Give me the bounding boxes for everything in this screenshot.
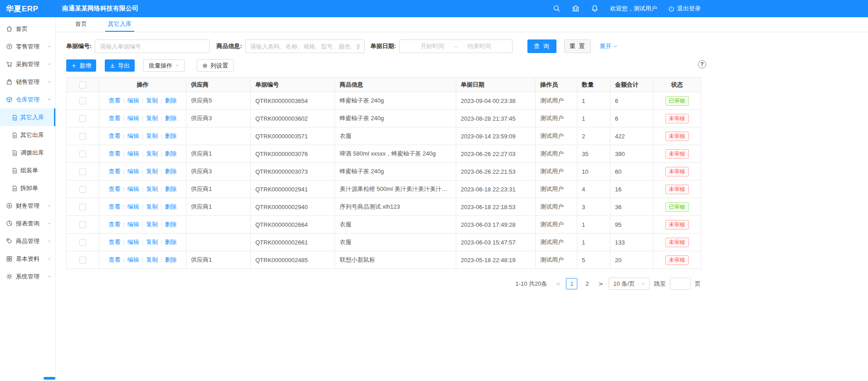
row-action-edit[interactable]: 编辑 <box>127 150 139 157</box>
row-checkbox[interactable] <box>79 239 86 246</box>
row-action-view[interactable]: 查看 <box>108 132 120 139</box>
sidebar-item-warehouse[interactable]: 仓库管理 <box>0 91 55 108</box>
search-button[interactable]: 查 询 <box>527 39 556 53</box>
doc-icon <box>11 185 17 191</box>
export-button[interactable]: 导出 <box>105 59 135 72</box>
row-checkbox[interactable] <box>79 204 86 210</box>
row-action-edit[interactable]: 编辑 <box>127 115 139 122</box>
row-action-delete[interactable]: 删除 <box>165 256 177 263</box>
date-range-picker[interactable]: 开始时间 ~ 结束时间 <box>399 39 512 53</box>
row-action-edit[interactable]: 编辑 <box>127 256 139 263</box>
page-button-2[interactable]: 2 <box>581 278 593 289</box>
row-action-delete[interactable]: 删除 <box>165 239 177 245</box>
help-icon[interactable] <box>698 60 706 68</box>
expand-link[interactable]: 展开 <box>600 42 618 50</box>
goods-info-input[interactable] <box>245 39 365 53</box>
row-action-edit[interactable]: 编辑 <box>127 203 139 210</box>
action-separator: | <box>142 150 143 157</box>
page-button-1[interactable]: 1 <box>566 278 577 289</box>
page-size-select[interactable]: 10 条/页 <box>609 278 650 290</box>
row-select-cell <box>67 145 99 163</box>
row-action-copy[interactable]: 复制 <box>146 221 158 228</box>
sidebar-item-disassembly[interactable]: 拆卸单 <box>0 179 55 197</box>
row-action-copy[interactable]: 复制 <box>146 203 158 210</box>
sidebar-item-reports[interactable]: 报表查询 <box>0 215 55 232</box>
select-all-checkbox[interactable] <box>79 82 86 88</box>
row-checkbox[interactable] <box>79 133 86 140</box>
cell-operator: 测试用户 <box>536 163 577 181</box>
row-action-view[interactable]: 查看 <box>108 97 120 104</box>
row-checkbox[interactable] <box>79 98 86 104</box>
row-action-delete[interactable]: 删除 <box>165 221 177 228</box>
cell-amount: 422 <box>610 127 653 145</box>
bank-icon[interactable] <box>572 5 580 13</box>
row-action-copy[interactable]: 复制 <box>146 168 158 175</box>
sidebar-item-basic-data[interactable]: 基本资料 <box>0 250 55 268</box>
row-action-view[interactable]: 查看 <box>108 203 120 210</box>
row-action-edit[interactable]: 编辑 <box>127 186 139 192</box>
row-checkbox[interactable] <box>79 168 86 175</box>
row-action-delete[interactable]: 删除 <box>165 203 177 210</box>
batch-label: 批量操作 <box>149 62 172 70</box>
search-icon[interactable] <box>553 5 561 13</box>
row-action-copy[interactable]: 复制 <box>146 115 158 122</box>
row-action-delete[interactable]: 删除 <box>165 186 177 192</box>
row-checkbox[interactable] <box>79 257 86 264</box>
row-action-view[interactable]: 查看 <box>108 221 120 228</box>
row-action-view[interactable]: 查看 <box>108 150 120 157</box>
next-page-button[interactable]: > <box>597 280 605 287</box>
row-action-delete[interactable]: 删除 <box>165 150 177 157</box>
row-action-edit[interactable]: 编辑 <box>127 221 139 228</box>
status-badge: 已审核 <box>665 96 689 106</box>
row-checkbox[interactable] <box>79 186 86 193</box>
row-checkbox[interactable] <box>79 221 86 228</box>
sidebar-item-other-inbound[interactable]: 其它入库 <box>0 108 55 126</box>
row-action-delete[interactable]: 删除 <box>165 132 177 139</box>
row-checkbox[interactable] <box>79 151 86 157</box>
add-button[interactable]: 新增 <box>66 59 96 72</box>
cell-goods-info: 联想小新鼠标 <box>335 251 456 269</box>
row-action-copy[interactable]: 复制 <box>146 150 158 157</box>
row-action-delete[interactable]: 删除 <box>165 97 177 104</box>
sidebar-item-retail[interactable]: 零售管理 <box>0 38 55 55</box>
batch-actions-button[interactable]: 批量操作 <box>143 59 185 72</box>
row-action-view[interactable]: 查看 <box>108 186 120 192</box>
row-action-view[interactable]: 查看 <box>108 115 120 122</box>
sidebar-item-system[interactable]: 系统管理 <box>0 268 55 285</box>
sidebar-item-finance[interactable]: 财务管理 <box>0 197 55 215</box>
column-header: 商品信息 <box>335 78 456 92</box>
tab-other-inbound[interactable]: 其它入库 <box>105 17 134 32</box>
sidebar-item-goods[interactable]: 商品管理 <box>0 232 55 250</box>
logout-button[interactable]: 退出登录 <box>668 5 701 13</box>
row-action-delete[interactable]: 删除 <box>165 115 177 122</box>
row-action-view[interactable]: 查看 <box>108 256 120 263</box>
sidebar-item-transfer-outbound[interactable]: 调拨出库 <box>0 144 55 161</box>
prev-page-button[interactable]: < <box>555 280 562 287</box>
row-checkbox[interactable] <box>79 115 86 122</box>
sidebar-item-home[interactable]: 首页 <box>0 20 55 38</box>
sidebar-item-other-outbound[interactable]: 其它出库 <box>0 126 55 144</box>
row-action-delete[interactable]: 删除 <box>165 168 177 175</box>
row-action-edit[interactable]: 编辑 <box>127 239 139 245</box>
sidebar-item-assembly[interactable]: 组装单 <box>0 161 55 179</box>
scrollbar-thumb[interactable] <box>44 377 55 380</box>
sidebar-item-sales[interactable]: 销售管理 <box>0 73 55 91</box>
row-action-copy[interactable]: 复制 <box>146 186 158 192</box>
column-settings-button[interactable]: 列设置 <box>197 59 234 72</box>
jump-page-input[interactable] <box>670 278 691 290</box>
row-action-edit[interactable]: 编辑 <box>127 132 139 139</box>
bill-no-input[interactable] <box>95 39 210 53</box>
sidebar-item-purchase[interactable]: 采购管理 <box>0 55 55 73</box>
row-action-copy[interactable]: 复制 <box>146 239 158 245</box>
row-action-copy[interactable]: 复制 <box>146 97 158 104</box>
row-actions-cell: 查看|编辑|复制|删除 <box>99 234 186 251</box>
tab-home[interactable]: 首页 <box>73 17 90 32</box>
reset-button[interactable]: 重 置 <box>564 39 591 53</box>
row-action-view[interactable]: 查看 <box>108 168 120 175</box>
row-action-view[interactable]: 查看 <box>108 239 120 245</box>
row-action-edit[interactable]: 编辑 <box>127 97 139 104</box>
row-action-copy[interactable]: 复制 <box>146 256 158 263</box>
row-action-edit[interactable]: 编辑 <box>127 168 139 175</box>
row-action-copy[interactable]: 复制 <box>146 132 158 139</box>
bell-icon[interactable] <box>591 5 599 13</box>
